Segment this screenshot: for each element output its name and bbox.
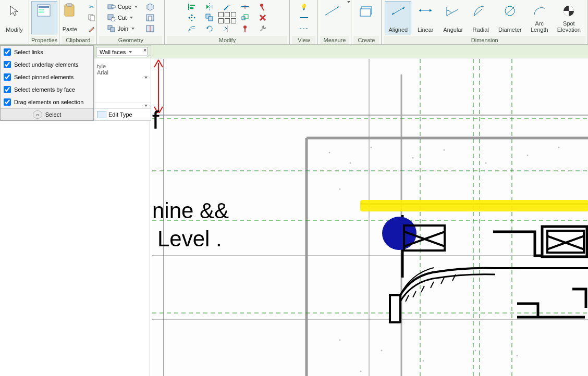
mirror-axis-button[interactable] [203, 2, 216, 12]
svg-rect-74 [390, 295, 400, 322]
array-icon [223, 14, 231, 22]
scissors-icon: ✂ [88, 3, 96, 11]
properties-body [0, 121, 150, 376]
chevron-down-icon[interactable] [347, 1, 350, 3]
svg-point-81 [485, 162, 487, 164]
arclength-dimension-button[interactable]: Arc Length [526, 1, 553, 34]
red-dimension-arrow [152, 59, 165, 113]
modify-tool-button[interactable]: Modify [2, 1, 28, 34]
brush-icon [88, 24, 96, 33]
unpin-button[interactable] [256, 2, 270, 12]
join-button[interactable]: Join [105, 23, 140, 34]
svg-line-34 [262, 7, 264, 10]
select-pinned-checkbox[interactable]: Select pinned elements [1, 71, 93, 83]
svg-rect-13 [111, 28, 115, 32]
properties-button[interactable] [31, 1, 57, 34]
spot-elevation-button[interactable]: Spot Elevation [554, 1, 584, 34]
rotate-icon [205, 24, 214, 33]
geom-tool-1[interactable] [143, 2, 157, 12]
group-tools-button[interactable] [256, 23, 270, 34]
angular-dimension-button[interactable]: Angular [439, 1, 467, 34]
edit-type-button[interactable]: Edit Type [94, 108, 151, 120]
ribbon-group-geometry: Cope Cut Join Geometry [97, 0, 165, 44]
diameter-dimension-button[interactable]: Diameter [495, 1, 525, 34]
chevron-down-icon[interactable] [144, 105, 148, 107]
pin-button[interactable] [238, 23, 252, 34]
select-underlay-checkbox[interactable]: Select underlay elements [1, 58, 93, 71]
type-style-text: tyle [97, 63, 148, 69]
svg-line-69 [413, 291, 416, 297]
properties-palette: × tyle Arial Edit Type [94, 45, 151, 121]
type-font-text: Arial [97, 69, 148, 76]
trim-button[interactable] [220, 2, 234, 12]
svg-point-84 [339, 189, 341, 190]
select-byface-checkbox[interactable]: Select elements by face [1, 83, 93, 96]
edit-type-icon [97, 111, 106, 118]
linear-dimension-button[interactable]: Linear [412, 1, 438, 34]
svg-line-71 [431, 282, 434, 288]
mirror-icon [205, 3, 214, 11]
pin-icon [241, 24, 249, 33]
array-button[interactable] [220, 12, 234, 23]
crossed-box-symbol-2 [546, 230, 585, 254]
svg-point-89 [339, 340, 341, 341]
measure-button[interactable] [319, 1, 345, 34]
ribbon-group-title: Create [353, 36, 379, 44]
split-face-icon [146, 24, 154, 33]
view-tool-1[interactable]: 💡 [297, 2, 311, 12]
drag-elements-checkbox[interactable]: Drag elements on selection [1, 96, 93, 108]
matchtype-button[interactable] [85, 23, 99, 34]
cope-button[interactable]: Cope [105, 2, 140, 12]
offset-button[interactable] [185, 23, 199, 34]
cut-geom-icon [107, 14, 116, 22]
copy-move-icon [205, 14, 214, 22]
select-links-checkbox[interactable]: Select links [1, 46, 93, 58]
drawing-canvas[interactable]: f nine && Level . [152, 59, 588, 376]
rotate-button[interactable] [203, 23, 216, 34]
close-button[interactable]: × [141, 47, 149, 54]
move-icon [188, 14, 196, 22]
svg-rect-20 [190, 7, 193, 9]
svg-rect-2 [39, 9, 44, 10]
spot-elev-icon [559, 3, 578, 19]
svg-point-33 [260, 4, 263, 7]
aligned-dimension-button[interactable]: Aligned [385, 1, 411, 34]
svg-point-76 [329, 152, 330, 154]
paste-button[interactable]: Paste [57, 1, 83, 34]
view-tool-2[interactable] [297, 12, 311, 23]
join-icon [107, 24, 116, 33]
wrench-icon [259, 24, 267, 33]
svg-line-46 [474, 9, 482, 16]
ribbon-group-title: Properties [31, 36, 57, 44]
svg-rect-19 [190, 5, 195, 6]
svg-rect-29 [242, 17, 245, 20]
ribbon-group-select: Modify . [0, 0, 29, 44]
split-button[interactable] [238, 2, 252, 12]
svg-rect-15 [149, 16, 152, 21]
ribbon-group-create: Create [351, 0, 382, 44]
delete-button[interactable] [256, 12, 270, 23]
diameter-dim-icon [500, 3, 519, 19]
cut-button[interactable]: ✂ [85, 2, 99, 12]
scale-button[interactable] [238, 12, 252, 23]
trim-icon [223, 3, 231, 11]
cut-geometry-button[interactable]: Cut [105, 12, 140, 23]
arclength-dim-icon [530, 3, 549, 19]
mirror-pick-button[interactable] [220, 23, 234, 34]
copy-button[interactable] [85, 12, 99, 23]
ribbon-group-title: Dimension [384, 36, 585, 44]
geom-tool-2[interactable] [143, 12, 157, 23]
align-button[interactable] [185, 2, 199, 12]
radial-dimension-button[interactable]: Radial [468, 1, 494, 34]
create-button[interactable] [353, 1, 379, 34]
canvas-text-2: nine && [152, 198, 229, 223]
ribbon-group-dimension: Aligned Linear Angular Radial Diameter A… [382, 0, 588, 44]
ribbon-group-title: Modify [167, 36, 287, 44]
view-tool-3[interactable] [297, 23, 311, 34]
select-options-menu: Select links Select underlay elements Se… [0, 45, 94, 121]
geom-tool-3[interactable] [143, 23, 157, 34]
chevron-down-icon[interactable] [144, 77, 148, 79]
move-button[interactable] [185, 12, 199, 23]
ribbon-group-view: 💡 View [290, 0, 318, 44]
copy-modify-button[interactable] [203, 12, 216, 23]
